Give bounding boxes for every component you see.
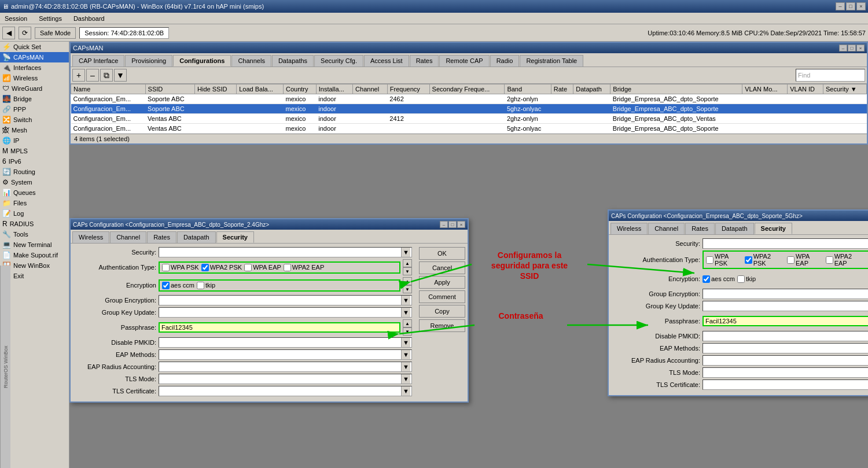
safe-mode-btn[interactable]: Safe Mode <box>35 27 76 39</box>
find-box[interactable]: Find <box>796 69 865 82</box>
capsman-minimize[interactable]: – <box>839 45 847 51</box>
dialog1-group-key-arrow[interactable]: ▼ <box>401 308 410 317</box>
dialog1-eapradius-arrow[interactable]: ▼ <box>401 362 410 371</box>
dialog1-wpa2-eap-checkbox[interactable] <box>284 264 291 271</box>
tab-remote-cap[interactable]: Remote CAP <box>439 55 489 67</box>
copy-tbar-btn[interactable]: ⧉ <box>100 69 113 82</box>
dialog1-tlscert-arrow[interactable]: ▼ <box>401 386 410 396</box>
close-btn[interactable]: × <box>856 2 866 10</box>
dialog1-pass-scroll-down[interactable]: ▼ <box>403 327 412 336</box>
dialog1-wpa-eap-checkbox[interactable] <box>244 264 252 271</box>
sidebar-item-log[interactable]: 📝 Log <box>0 208 69 219</box>
tab-security-cfg[interactable]: Security Cfg. <box>314 55 363 67</box>
dialog2-tls-select[interactable]: ▼ <box>703 367 868 378</box>
dialog1-pmkid-arrow[interactable]: ▼ <box>401 338 410 347</box>
sidebar-item-mesh[interactable]: 🕸 Mesh <box>0 125 69 135</box>
dialog1-enc-scroll-down[interactable]: ▼ <box>403 285 412 293</box>
dialog1-security-arrow[interactable]: ▼ <box>401 248 410 257</box>
dialog1-tls-arrow[interactable]: ▼ <box>401 374 410 384</box>
sidebar-item-bridge[interactable]: 🌉 Bridge <box>0 94 69 104</box>
sidebar-item-supout[interactable]: 📄 Make Supout.rif <box>0 250 69 260</box>
dialog2-tab-channel[interactable]: Channel <box>648 223 685 234</box>
dialog1-wpa-psk-checkbox[interactable] <box>162 264 170 271</box>
tab-cap-interface[interactable]: CAP Interface <box>72 55 124 67</box>
tab-radio[interactable]: Radio <box>490 55 520 67</box>
dialog1-remove-btn[interactable]: Remove <box>419 319 465 332</box>
dialog2-tab-security[interactable]: Security <box>755 223 792 234</box>
table-row[interactable]: Configuracion_Em... Ventas ABC mexico in… <box>71 114 867 124</box>
dialog2-aesccm-checkbox[interactable] <box>703 275 710 283</box>
minimize-btn[interactable]: – <box>836 2 845 10</box>
dialog1-tkip-checkbox[interactable] <box>197 282 204 289</box>
back-btn[interactable]: ◀ <box>2 27 15 39</box>
sidebar-item-wireguard[interactable]: 🛡 WireGuard <box>0 83 69 94</box>
tab-channels[interactable]: Channels <box>231 55 271 67</box>
dialog2-group-key-select[interactable]: ▼ <box>703 301 868 311</box>
dialog1-pass-scroll-up[interactable]: ▲ <box>403 319 412 327</box>
sidebar-item-radius[interactable]: R RADIUS <box>0 219 69 229</box>
sidebar-item-routing[interactable]: 🔄 Routing <box>0 167 69 177</box>
dialog2-tkip-checkbox[interactable] <box>737 275 745 283</box>
dialog1-close[interactable]: × <box>457 221 465 228</box>
capsman-close[interactable]: × <box>856 45 865 51</box>
dialog2-tab-rates[interactable]: Rates <box>685 223 715 234</box>
dialog2-eap-select[interactable]: ▼ <box>703 343 868 353</box>
filter-btn[interactable]: ▼ <box>114 69 127 82</box>
dialog1-eap-arrow[interactable]: ▼ <box>401 350 410 359</box>
dialog2-eapradius-select[interactable]: ▼ <box>703 355 868 366</box>
dialog2-wpa2-eap-checkbox[interactable] <box>826 256 833 264</box>
dialog1-auth-scroll-up[interactable]: ▲ <box>403 259 412 267</box>
dialog1-enc-scroll-up[interactable]: ▲ <box>403 277 412 285</box>
dialog2-passphrase-input[interactable] <box>703 316 868 326</box>
maximize-btn[interactable]: □ <box>846 2 855 10</box>
sidebar-item-quickset[interactable]: ⚡ Quick Set <box>0 42 69 52</box>
dialog1-tab-channel[interactable]: Channel <box>110 231 146 243</box>
table-row[interactable]: Configuracion_Em... Soporte ABC mexico i… <box>71 104 867 114</box>
dialog1-copy-btn[interactable]: Copy <box>419 305 465 318</box>
tab-access-list[interactable]: Access List <box>364 55 409 67</box>
dialog1-minimize[interactable]: – <box>440 221 448 228</box>
dialog1-passphrase-input[interactable] <box>159 322 400 333</box>
dialog1-security-select[interactable]: ▼ <box>159 247 412 257</box>
capsman-maximize[interactable]: □ <box>848 45 856 51</box>
dialog1-maximize[interactable]: □ <box>448 221 457 228</box>
sidebar-item-switch[interactable]: 🔀 Switch <box>0 115 69 125</box>
sidebar-item-mpls[interactable]: M MPLS <box>0 146 69 156</box>
tab-configurations[interactable]: Configurations <box>173 55 231 67</box>
sidebar-item-tools[interactable]: 🔧 Tools <box>0 229 69 239</box>
sidebar-item-ipv6[interactable]: 6 IPv6 <box>0 156 69 167</box>
dialog2-wpa2-psk-checkbox[interactable] <box>745 256 752 264</box>
dialog2-security-select[interactable]: ▼ <box>703 238 868 249</box>
dialog2-group-enc-select[interactable]: ▼ <box>703 289 868 299</box>
sidebar-item-queues[interactable]: 📊 Queues <box>0 187 69 198</box>
dialog1-auth-scroll-down[interactable]: ▼ <box>403 267 412 275</box>
sidebar-item-capsman[interactable]: 📡 CAPsMAN <box>0 52 69 62</box>
sidebar-item-system[interactable]: ⚙ System <box>0 177 69 187</box>
refresh-btn[interactable]: ⟳ <box>19 27 31 39</box>
remove-btn[interactable]: – <box>86 69 99 82</box>
tab-provisioning[interactable]: Provisioning <box>125 55 172 67</box>
menu-dashboard[interactable]: Dashboard <box>71 14 107 23</box>
dialog2-wpa-psk-checkbox[interactable] <box>706 256 713 264</box>
tab-registration[interactable]: Registration Table <box>520 55 583 67</box>
dialog2-tab-datapath[interactable]: Datapath <box>715 223 754 234</box>
dialog1-tab-rates[interactable]: Rates <box>147 231 176 243</box>
dialog1-comment-btn[interactable]: Comment <box>419 290 465 303</box>
sidebar-item-wireless[interactable]: 📶 Wireless <box>0 73 69 83</box>
table-row[interactable]: Configuracion_Em... Ventas ABC mexico in… <box>71 124 867 134</box>
menu-settings[interactable]: Settings <box>36 14 64 23</box>
sidebar-item-ip[interactable]: 🌐 IP <box>0 135 69 146</box>
dialog1-eap-select[interactable]: ▼ <box>159 349 412 360</box>
dialog1-pmkid-select[interactable]: ▼ <box>159 337 412 348</box>
dialog2-tlscert-select[interactable]: ▼ <box>703 379 868 390</box>
dialog1-eapradius-select[interactable]: ▼ <box>159 362 412 372</box>
dialog2-wpa-eap-checkbox[interactable] <box>787 256 795 264</box>
dialog1-wpa2-psk-checkbox[interactable] <box>201 264 209 271</box>
dialog2-tab-wireless[interactable]: Wireless <box>610 223 648 234</box>
dialog1-tls-select[interactable]: ▼ <box>159 374 412 384</box>
dialog1-group-enc-arrow[interactable]: ▼ <box>401 296 410 305</box>
sidebar-item-interfaces[interactable]: 🔌 Interfaces <box>0 62 69 73</box>
sidebar-item-terminal[interactable]: 💻 New Terminal <box>0 239 69 250</box>
tab-rates[interactable]: Rates <box>410 55 439 67</box>
dialog2-pmkid-select[interactable]: ▼ <box>703 331 868 341</box>
